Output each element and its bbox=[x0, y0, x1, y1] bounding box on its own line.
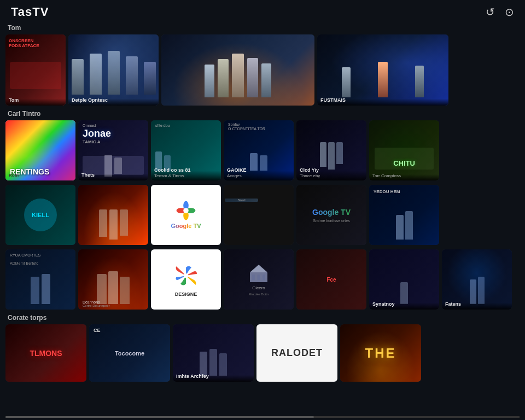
row5-card-3-label: Imhte Archfey bbox=[176, 374, 250, 380]
row2-card-4-label: GAOIKE bbox=[227, 167, 290, 173]
row5-card-2[interactable]: CE Tococome bbox=[89, 324, 170, 382]
row2-section-title: Carl Tintro bbox=[8, 110, 520, 118]
row5-card-1-label: TLMONS bbox=[30, 349, 62, 358]
row3-card-2[interactable] bbox=[78, 185, 148, 245]
row3-card-4[interactable]: Snarl bbox=[224, 185, 294, 245]
hero-card-4-label: FUSTMAIS bbox=[320, 97, 445, 103]
row2-card-6[interactable]: CHITU Torr Comptoss bbox=[369, 120, 439, 180]
hero-card-3[interactable] bbox=[161, 34, 314, 106]
row2-card-6-label: CHITU bbox=[393, 159, 415, 167]
row5-card-3[interactable]: Imhte Archfey bbox=[173, 324, 254, 382]
row4-card-2-label: Dcannons bbox=[83, 300, 144, 304]
row4-cards: RYOA CMORTES ADMernt Bertefc bbox=[5, 249, 520, 310]
search-icon[interactable]: ↺ bbox=[486, 5, 495, 19]
row2-card-3-label: Coolid oo ss 81 bbox=[154, 167, 218, 173]
row4-card-4[interactable]: Oicero Mscoke Doitn bbox=[224, 249, 294, 310]
row2-card-2-label: Jonae bbox=[83, 128, 111, 139]
app-logo: TasTV bbox=[11, 5, 49, 19]
svg-rect-9 bbox=[258, 275, 260, 280]
google-tv-text-label: Google TV bbox=[171, 223, 201, 229]
row2-card-5-sublabel: Thnce eby bbox=[300, 173, 363, 178]
row5-card-2-label: Tococome bbox=[115, 350, 144, 357]
row2-card-2[interactable]: Omnast Jonae TAMIC A Thets bbox=[78, 120, 148, 180]
row5-card-4[interactable]: RALODET bbox=[256, 324, 337, 382]
row4-card-6[interactable]: Synatnoy bbox=[369, 249, 439, 310]
row3-card-6[interactable]: YEDOU HEM bbox=[369, 185, 439, 245]
row5-card-5[interactable]: THE bbox=[340, 324, 421, 382]
svg-rect-8 bbox=[252, 275, 255, 280]
header: TasTV ↺ ⊙ bbox=[0, 0, 525, 24]
row3-cards: KIELL bbox=[5, 185, 520, 245]
hero-section-title: Tom bbox=[8, 24, 520, 32]
profile-icon[interactable]: ⊙ bbox=[505, 5, 514, 19]
row3-card-3[interactable]: Google TV bbox=[151, 185, 221, 245]
row4-card-3[interactable]: DESIGNE bbox=[151, 249, 221, 310]
scrollbar-thumb[interactable] bbox=[5, 416, 314, 418]
row4-card-4-sublabel: Mscoke Doitn bbox=[249, 293, 269, 296]
row5-card-5-label: THE bbox=[365, 346, 396, 361]
row3-card-6-label: YEDOU HEM bbox=[374, 189, 400, 194]
row4-card-3-label: DESIGNE bbox=[175, 291, 197, 297]
hero-card-2[interactable]: Detple Opntesc bbox=[68, 34, 159, 106]
header-icons: ↺ ⊙ bbox=[486, 5, 514, 19]
row2-card-4-sublabel: Acoges bbox=[227, 173, 290, 178]
row2-card-5-label: Clcd Yiy bbox=[300, 167, 363, 173]
row4-card-5[interactable]: Fce bbox=[296, 249, 366, 310]
svg-marker-7 bbox=[250, 265, 267, 272]
row3-card-5[interactable]: Google TV Smirne konitsse ortes bbox=[296, 185, 366, 245]
row2-card-1[interactable]: RENTINGS Kofn bbox=[5, 120, 75, 180]
row5-card-4-label: RALODET bbox=[271, 347, 323, 359]
row4-card-1[interactable]: RYOA CMORTES ADMernt Bertefc bbox=[5, 249, 75, 310]
row3-card-5-label: Google TV bbox=[312, 208, 351, 217]
row5-section-title: Corate torps bbox=[8, 314, 520, 322]
row3-card-1-label: KIELL bbox=[32, 212, 49, 218]
row2-card-6-sublabel: Torr Comptoss bbox=[372, 173, 436, 178]
hero-section: Tom ONSCREENFODS ATFACE Tom bbox=[5, 24, 520, 106]
row2-card-1-sublabel: Kofn bbox=[9, 173, 72, 178]
hero-card-1[interactable]: ONSCREENFODS ATFACE Tom bbox=[5, 34, 66, 106]
row2-card-5[interactable]: Clcd Yiy Thnce eby bbox=[296, 120, 366, 180]
hero-card-4[interactable]: FUSTMAIS bbox=[317, 34, 448, 106]
hero-cards-row: ONSCREENFODS ATFACE Tom bbox=[5, 34, 520, 106]
row2-card-3[interactable]: sfite dou Coolid oo ss 81 Teosm & Tinms bbox=[151, 120, 221, 180]
row3-section: KIELL bbox=[5, 185, 520, 245]
row2-card-2-sublabel: Thets bbox=[81, 172, 145, 178]
scrollbar-track bbox=[5, 416, 520, 418]
svg-rect-10 bbox=[262, 275, 265, 280]
row5-card-1[interactable]: TLMONS bbox=[5, 324, 86, 382]
google-tv-logo: Google TV bbox=[171, 185, 201, 245]
row5-section: Corate torps TLMONS CE Tococome bbox=[5, 314, 520, 382]
row4-card-2-sublabel: Cortre Detunnpeer bbox=[83, 304, 144, 307]
row3-card-5-sublabel: Smirne konitsse ortes bbox=[313, 219, 349, 223]
svg-point-4 bbox=[183, 208, 189, 213]
row5-cards: TLMONS CE Tococome bbox=[5, 324, 520, 382]
row3-card-1[interactable]: KIELL bbox=[5, 185, 75, 245]
row2-card-3-sublabel: Teosm & Tinms bbox=[154, 173, 218, 178]
hero-card-1-label: Tom bbox=[9, 97, 62, 103]
row4-card-4-label: Oicero bbox=[252, 285, 265, 290]
row2-section: Carl Tintro RENTINGS Kofn Omnas bbox=[5, 110, 520, 180]
row4-card-1-sublabel: ADMernt Bertefc bbox=[10, 261, 71, 265]
row4-card-5-label: Fce bbox=[326, 277, 336, 283]
row2-card-4[interactable]: SonlavO CTORNTITEA TOR GAOIKE Acoges bbox=[224, 120, 294, 180]
row4-section: RYOA CMORTES ADMernt Bertefc bbox=[5, 249, 520, 310]
svg-point-5 bbox=[184, 273, 188, 278]
row2-cards: RENTINGS Kofn Omnast Jonae TAMIC A bbox=[5, 120, 520, 180]
row4-card-1-label: RYOA CMORTES bbox=[10, 253, 71, 258]
row4-card-7-label: Fatens bbox=[445, 301, 509, 307]
row4-card-7[interactable]: Fatens bbox=[442, 249, 512, 310]
row4-card-6-label: Synatnoy bbox=[372, 301, 436, 307]
row4-card-2[interactable]: Dcannons Cortre Detunnpeer bbox=[78, 249, 148, 310]
hero-card-2-label: Detple Opntesc bbox=[72, 97, 155, 103]
